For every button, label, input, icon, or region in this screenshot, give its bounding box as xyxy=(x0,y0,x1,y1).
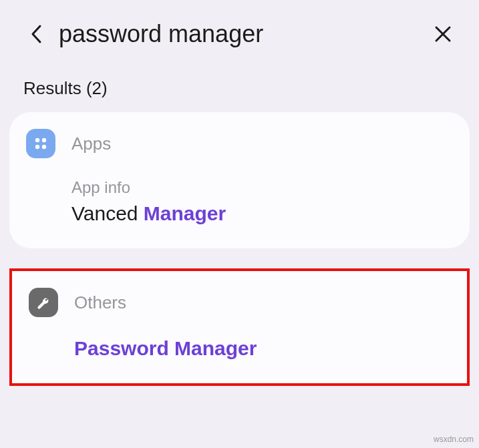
apps-result-highlight: Manager xyxy=(144,202,226,224)
others-result-title: Password Manager xyxy=(74,337,450,360)
apps-result-subtitle: App info xyxy=(71,178,453,197)
apps-card: Apps App info Vanced Manager xyxy=(9,112,470,248)
others-category-row: Others xyxy=(29,288,450,317)
svg-point-3 xyxy=(42,145,46,149)
close-icon[interactable] xyxy=(434,25,452,43)
svg-point-1 xyxy=(42,138,46,142)
search-input[interactable]: password manager xyxy=(59,20,434,48)
others-result-item[interactable]: Password Manager xyxy=(29,337,450,360)
others-card: Others Password Manager xyxy=(9,268,470,386)
svg-point-0 xyxy=(35,138,39,142)
back-icon[interactable] xyxy=(27,25,45,43)
others-category-label: Others xyxy=(74,292,126,313)
apps-category-label: Apps xyxy=(71,134,111,154)
apps-category-row: Apps xyxy=(26,129,453,158)
svg-point-2 xyxy=(35,145,39,149)
apps-result-title: Vanced Manager xyxy=(71,202,453,225)
wrench-icon xyxy=(29,288,58,317)
apps-icon xyxy=(26,129,55,158)
results-count-label: Results (2) xyxy=(0,68,479,112)
search-header: password manager xyxy=(0,0,479,68)
watermark: wsxdn.com xyxy=(434,435,474,444)
apps-result-item[interactable]: App info Vanced Manager xyxy=(26,178,453,225)
apps-result-prefix: Vanced xyxy=(71,202,144,224)
